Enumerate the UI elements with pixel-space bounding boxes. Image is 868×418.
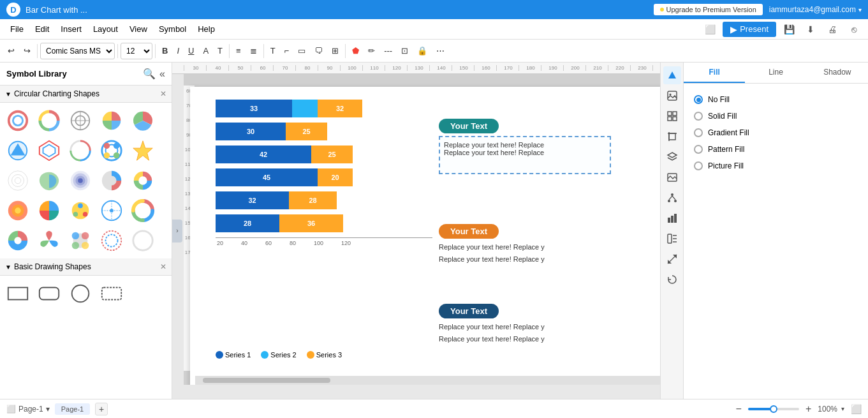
tab-fill[interactable]: Fill <box>684 63 745 83</box>
shape-item[interactable] <box>4 107 32 135</box>
picture-fill-option[interactable]: Picture Fill <box>691 158 860 174</box>
basic-section-header[interactable]: ▼ Basic Drawing Shapes ✕ <box>0 258 172 276</box>
search-icon[interactable]: 🔍 <box>143 68 156 80</box>
page-tab[interactable]: Page-1 <box>55 403 90 415</box>
shape-item[interactable] <box>35 137 63 165</box>
annotation-2[interactable]: Your Text Replace your text here! Replac… <box>439 224 611 265</box>
image-edit-button[interactable] <box>663 87 681 105</box>
arrange-button[interactable] <box>663 230 681 248</box>
collapse-icon[interactable]: « <box>159 68 165 80</box>
fullscreen-button[interactable]: ⬜ <box>851 404 862 414</box>
callout-button[interactable]: 🗨 <box>311 44 327 57</box>
shape-item[interactable] <box>66 197 94 225</box>
zoom-slider[interactable] <box>748 408 799 410</box>
redo-button[interactable]: ↪ <box>20 44 34 57</box>
image-button[interactable] <box>663 168 681 186</box>
present-button[interactable]: ▶ Present <box>723 22 776 37</box>
basic-section-close[interactable]: ✕ <box>160 262 166 271</box>
shape-item[interactable] <box>98 137 126 165</box>
shape-item[interactable] <box>98 227 126 255</box>
line-spacing-button[interactable]: ≣ <box>246 44 261 57</box>
menu-layout[interactable]: Layout <box>88 22 123 36</box>
resize-button[interactable] <box>663 250 681 268</box>
shape-item[interactable] <box>4 280 32 308</box>
annotation-text-box-1[interactable]: Replace your text here! Replace Replace … <box>439 136 611 174</box>
gradient-fill-option[interactable]: Gradient Fill <box>691 124 860 141</box>
shape-item[interactable] <box>35 197 63 225</box>
shape-item[interactable] <box>4 137 32 165</box>
no-fill-option[interactable]: No Fill <box>691 91 860 108</box>
shape-item[interactable] <box>35 280 63 308</box>
crop-button[interactable] <box>663 128 681 146</box>
shape-item[interactable] <box>129 197 157 225</box>
canvas-wrapper[interactable]: 60 70 80 90 100 110 120 130 140 150 160 … <box>184 74 660 385</box>
panel-toggle-button[interactable]: › <box>172 220 182 243</box>
hierarchy-button[interactable] <box>663 189 681 207</box>
shape-item[interactable] <box>129 107 157 135</box>
no-fill-radio[interactable] <box>694 95 703 104</box>
pattern-fill-radio[interactable] <box>694 145 703 154</box>
canvas-page[interactable]: 33 32 30 25 42 25 <box>190 87 660 385</box>
fullscreen-icon[interactable]: ⬜ <box>701 21 719 38</box>
tab-shadow[interactable]: Shadow <box>807 63 868 83</box>
shape-item[interactable] <box>66 137 94 165</box>
shape-button[interactable]: ⌐ <box>281 44 293 57</box>
horizontal-scrollbar[interactable] <box>195 376 660 385</box>
clip-button[interactable]: ⊡ <box>397 44 412 57</box>
share-icon[interactable]: ⎋ <box>845 21 863 38</box>
annotation-3[interactable]: Your Text Replace your text here! Replac… <box>439 304 611 345</box>
shape-item[interactable] <box>35 107 63 135</box>
email-dropdown-icon[interactable]: ▾ <box>858 6 862 13</box>
line-style-button[interactable]: --- <box>380 44 396 57</box>
align-left-button[interactable]: ≡ <box>232 44 245 57</box>
lock-button[interactable]: 🔒 <box>413 44 431 57</box>
font-color-button[interactable]: A <box>199 44 212 57</box>
text-size-button[interactable]: T <box>214 44 226 57</box>
picture-fill-radio[interactable] <box>694 161 703 170</box>
solid-fill-radio[interactable] <box>694 112 703 121</box>
more-button[interactable]: ⋯ <box>432 44 448 57</box>
fill-tool-button[interactable] <box>663 66 681 84</box>
menu-help[interactable]: Help <box>193 22 220 36</box>
fill-color-button[interactable]: ⬟ <box>348 44 363 57</box>
shape-item[interactable] <box>129 137 157 165</box>
container-button[interactable]: ▭ <box>294 44 309 57</box>
menu-file[interactable]: File <box>5 22 29 36</box>
shape-item[interactable] <box>66 167 94 195</box>
shape-item[interactable] <box>4 197 32 225</box>
shape-item[interactable] <box>98 280 126 308</box>
circular-section-header[interactable]: ▼ Circular Charting Shapes ✕ <box>0 86 172 103</box>
shape-item[interactable] <box>98 107 126 135</box>
menu-symbol[interactable]: Symbol <box>154 22 191 36</box>
gradient-fill-radio[interactable] <box>694 128 703 137</box>
line-color-button[interactable]: ✏ <box>364 44 379 57</box>
page-dropdown-icon[interactable]: ▾ <box>46 405 50 414</box>
shape-item[interactable] <box>129 167 157 195</box>
upgrade-button[interactable]: Upgrade to Premium Version <box>654 4 763 15</box>
font-size-select[interactable]: 12 <box>121 43 152 59</box>
shape-item[interactable] <box>35 167 63 195</box>
shape-item[interactable] <box>35 227 63 255</box>
layers-button[interactable] <box>663 148 681 166</box>
italic-button[interactable]: I <box>173 44 183 57</box>
download-icon[interactable]: ⬇ <box>802 21 820 38</box>
pattern-fill-option[interactable]: Pattern Fill <box>691 141 860 158</box>
shape-item[interactable] <box>66 107 94 135</box>
print-icon[interactable]: 🖨 <box>823 21 841 38</box>
menu-insert[interactable]: Insert <box>55 22 87 36</box>
shape-item[interactable] <box>66 280 94 308</box>
grid-button[interactable] <box>663 107 681 125</box>
solid-fill-option[interactable]: Solid Fill <box>691 108 860 124</box>
history-button[interactable] <box>663 271 681 288</box>
zoom-in-button[interactable]: + <box>803 403 814 415</box>
add-page-button[interactable]: + <box>95 403 108 415</box>
annotation-1[interactable]: Your Text Replace your text here! Replac… <box>439 119 611 174</box>
menu-edit[interactable]: Edit <box>30 22 54 36</box>
text-box-button[interactable]: T <box>267 44 279 57</box>
align-objects-button[interactable]: ⊞ <box>328 44 342 57</box>
zoom-dropdown-icon[interactable]: ▾ <box>841 405 844 412</box>
shape-item[interactable] <box>4 167 32 195</box>
tab-line[interactable]: Line <box>745 63 806 83</box>
menu-view[interactable]: View <box>124 22 152 36</box>
shape-item[interactable] <box>98 167 126 195</box>
